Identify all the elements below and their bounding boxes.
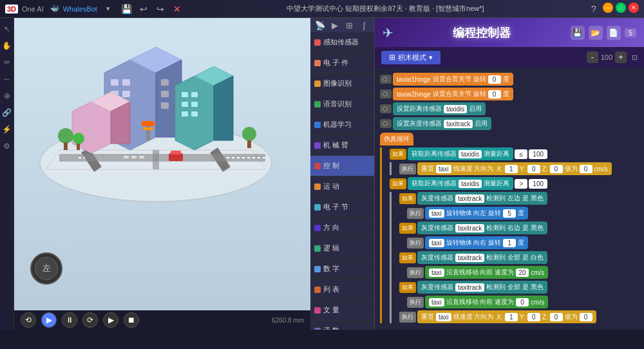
s2-val[interactable]: 0: [516, 298, 529, 307]
gray-white-name[interactable]: taxitrack: [455, 254, 484, 262]
close-button[interactable]: ✕: [629, 3, 639, 13]
prog-open-btn[interactable]: 📂: [589, 26, 603, 40]
prog-workspace[interactable]: ⬡ taxiw1hinge 设置合页关节 旋转 0 度 ⬡ taxiw2hing…: [375, 68, 644, 330]
cursor-tool[interactable]: ↖: [1, 23, 13, 35]
block-rotate-right[interactable]: taxi 旋转物体 向右 旋转 1 度: [425, 236, 528, 249]
rr-name[interactable]: taxi: [429, 239, 444, 247]
s2-name[interactable]: taxi: [429, 298, 444, 307]
rf-val[interactable]: 0: [580, 313, 592, 321]
fast-fwd-btn[interactable]: ▶: [103, 312, 118, 328]
resize-tool[interactable]: ↔: [1, 73, 13, 85]
block-rotate-left[interactable]: taxi 旋转物体 向左 旋转 5 度: [425, 207, 528, 220]
reset-y[interactable]: 0: [527, 165, 540, 173]
palette-item-vision[interactable]: 图像识别: [310, 73, 374, 94]
zoom-out-btn[interactable]: -: [587, 52, 598, 63]
viewport-scene[interactable]: 左: [14, 18, 310, 310]
save-icon[interactable]: 💾: [120, 3, 133, 15]
block-gray-right[interactable]: 灰度传感器 taxitrack 检测到 右边 是 黑色: [417, 222, 547, 234]
palette-item-list[interactable]: 列 表: [310, 279, 374, 300]
rr-val[interactable]: 1: [503, 239, 516, 247]
palette-item-ml[interactable]: 机器学习: [310, 115, 374, 135]
block-straight2[interactable]: taxi 沿直线移动 向前 速度为 0 cm/s: [425, 296, 548, 308]
gray-name[interactable]: taxitrack: [444, 120, 473, 128]
zoom-in-btn[interactable]: +: [615, 52, 627, 63]
settings-tool[interactable]: ⚙: [1, 140, 13, 152]
palette-item-sensors[interactable]: 感知传感器: [310, 32, 374, 53]
flash-tool[interactable]: ⚡: [1, 124, 13, 135]
block-gray-white[interactable]: 灰度传感器 taxitrack 检测到 全部 是 白色: [417, 251, 547, 264]
stop-btn[interactable]: ⏹: [124, 312, 139, 328]
palette-item-electronics2[interactable]: 电 子 节: [310, 197, 374, 218]
s1-name[interactable]: taxi: [429, 269, 444, 277]
block-straight1[interactable]: taxi 沿直线移动 向前 速度为 20 cm/s: [425, 266, 548, 279]
block-get-dist[interactable]: 获取距离传感器 taxidis 测量距离: [408, 147, 513, 160]
dropdown-arrow[interactable]: ▾: [106, 5, 110, 13]
palette-grid-icon[interactable]: ⊞: [343, 18, 357, 32]
block-reset-final[interactable]: 重置 taxi 线速度 方向为 X: 1 Y: 0 Z: 0 值为 0: [417, 310, 596, 323]
taxiw1-val[interactable]: 0: [488, 75, 501, 84]
op-gt[interactable]: >: [515, 179, 527, 189]
close-icon[interactable]: ✕: [171, 3, 184, 15]
block-forever[interactable]: 伪真循环: [380, 133, 413, 146]
undo-icon[interactable]: ↩: [137, 3, 150, 15]
block-gray-black[interactable]: 灰度传感器 taxitrack 检测到 全部 是 黑色: [417, 281, 547, 294]
prog-new-btn[interactable]: 📄: [607, 26, 621, 40]
hand-tool[interactable]: ✋: [1, 40, 13, 52]
block-mode-btn[interactable]: ⊞ 积木模式 ▾: [381, 51, 440, 64]
op-le[interactable]: ≤: [515, 149, 527, 159]
block-reset-taxi1[interactable]: 重置 taxi 线速度 方向为 X: 1 Y: 0 Z: 0 值为 0 cm/s: [417, 162, 612, 175]
redo-icon[interactable]: ↪: [154, 3, 167, 15]
palette-item-logic[interactable]: 逻 辑: [310, 238, 374, 259]
rl-name[interactable]: taxi: [429, 209, 444, 218]
orbit-tool[interactable]: ⊕: [1, 90, 13, 102]
rf-y[interactable]: 0: [527, 313, 540, 321]
help-icon[interactable]: ?: [587, 3, 600, 15]
block-taxiw2[interactable]: taxiw2hinge 设置合页关节 旋转 0 度: [393, 88, 513, 100]
palette-item-var[interactable]: 文 量: [310, 300, 374, 321]
block-taxiw1[interactable]: taxiw1hinge 设置合页关节 旋转 0 度: [393, 73, 513, 86]
reset-z[interactable]: 0: [550, 165, 563, 173]
get-dist2-name[interactable]: taxidis: [459, 180, 482, 188]
palette-item-electronics[interactable]: 电 子 件: [310, 53, 374, 73]
maximize-button[interactable]: □: [616, 3, 626, 13]
taxiw2-val[interactable]: 0: [488, 90, 501, 99]
gray-left-name[interactable]: taxitrack: [455, 194, 484, 203]
palette-func-icon[interactable]: ∫: [357, 18, 372, 32]
palette-item-number[interactable]: 数 字: [310, 259, 374, 279]
prog-input[interactable]: 5: [625, 28, 636, 37]
palette-item-func[interactable]: 函 数: [310, 321, 374, 330]
reset-name[interactable]: taxi: [436, 165, 451, 173]
fit-btn[interactable]: ⊡: [632, 53, 638, 62]
rl-val[interactable]: 5: [503, 209, 516, 218]
link-tool[interactable]: 🔗: [1, 107, 13, 118]
dist-name[interactable]: taxidis: [444, 105, 467, 113]
gray-black-name[interactable]: taxitrack: [455, 283, 484, 292]
play-btn[interactable]: ▶: [41, 312, 57, 328]
palette-item-motion[interactable]: 运 动: [310, 176, 374, 197]
reset-val[interactable]: 0: [580, 165, 592, 173]
prog-save-btn[interactable]: 💾: [571, 26, 585, 40]
block-dist-enable[interactable]: 设置距离传感器 taxidis 启用: [393, 102, 486, 115]
val-100-2[interactable]: 100: [529, 179, 547, 189]
step-btn[interactable]: ⟳: [82, 312, 98, 328]
palette-sensor-icon[interactable]: 📡: [313, 18, 327, 32]
compass[interactable]: 左: [30, 252, 62, 285]
rf-z[interactable]: 0: [550, 313, 563, 321]
palette-run-icon[interactable]: ▶: [328, 18, 342, 32]
palette-item-arm[interactable]: 机 械 臂: [310, 135, 374, 156]
pause-btn[interactable]: ⏸: [62, 312, 77, 328]
val-100-1[interactable]: 100: [529, 149, 547, 159]
block-gray-left[interactable]: 灰度传感器 taxitrack 检测到 左边 是 黑色: [417, 192, 547, 205]
palette-item-direction[interactable]: 方 向: [310, 218, 374, 238]
reset-x[interactable]: 1: [505, 165, 518, 173]
minimize-button[interactable]: —: [603, 3, 613, 13]
palette-item-control[interactable]: 控 制: [310, 156, 374, 176]
block-gray-enable[interactable]: 设置灰度传感器 taxitrack 启用: [393, 117, 491, 130]
palette-item-speech[interactable]: 语音识别: [310, 94, 374, 115]
get-dist-name[interactable]: taxidis: [459, 150, 482, 158]
rf-x[interactable]: 1: [505, 313, 518, 321]
s1-val[interactable]: 20: [516, 269, 529, 277]
rf-name[interactable]: taxi: [436, 313, 451, 321]
gray-right-name[interactable]: taxitrack: [455, 224, 484, 232]
pencil-tool[interactable]: ✏: [1, 57, 13, 68]
